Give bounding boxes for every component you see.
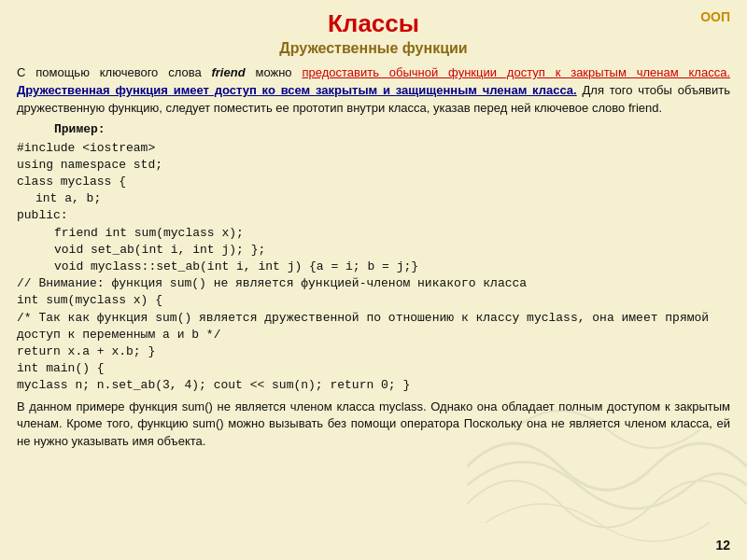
text-part2b: предоставить обычной функции доступ к за…: [302, 65, 730, 79]
example-text: Пример:: [54, 122, 106, 136]
example-label: Пример:: [17, 121, 730, 138]
code-line-2: using namespace std;: [17, 157, 730, 174]
page-number: 12: [715, 538, 730, 553]
code-line-9: // Внимание: функция sum() не является ф…: [17, 275, 730, 292]
text-part1: С помощью ключевого слова: [17, 65, 211, 79]
code-line-8: void myclass::set_ab(int i, int j) {a = …: [54, 259, 730, 275]
intro-paragraph: С помощью ключевого слова friend можно п…: [17, 64, 730, 118]
code-line-7: void set_ab(int i, int j); };: [54, 242, 730, 259]
footer-paragraph: В данном примере функция sum() не являет…: [17, 399, 730, 452]
code-line-4: int a, b;: [35, 190, 730, 207]
code-line-13: int main() {: [17, 360, 730, 377]
text-part2: можно: [246, 65, 303, 79]
friend-keyword: friend: [211, 65, 245, 79]
text-friendly-func: Дружественная функция имеет доступ ко вс…: [17, 83, 577, 97]
code-line-10: int sum(myclass x) {: [17, 292, 730, 309]
code-block: #include <iostream> using namespace std;…: [17, 140, 730, 395]
code-line-1: #include <iostream>: [17, 140, 730, 157]
oop-label: ООП: [700, 9, 730, 24]
slide-title: Классы: [17, 9, 730, 38]
code-line-12: return x.a + x.b; }: [17, 343, 730, 360]
code-line-11: /* Так как функция sum() является дружес…: [17, 310, 730, 343]
code-line-14: myclass n; n.set_ab(3, 4); cout << sum(n…: [17, 377, 730, 394]
code-line-5: public:: [17, 207, 730, 224]
code-line-3: class myclass {: [17, 174, 730, 190]
slide-subtitle: Дружественные функции: [17, 40, 730, 57]
slide-container: ООП Классы Дружественные функции С помощ…: [0, 0, 747, 560]
footer-text: В данном примере функция sum() не являет…: [17, 399, 730, 452]
code-line-6: friend int sum(myclass x);: [54, 225, 730, 242]
